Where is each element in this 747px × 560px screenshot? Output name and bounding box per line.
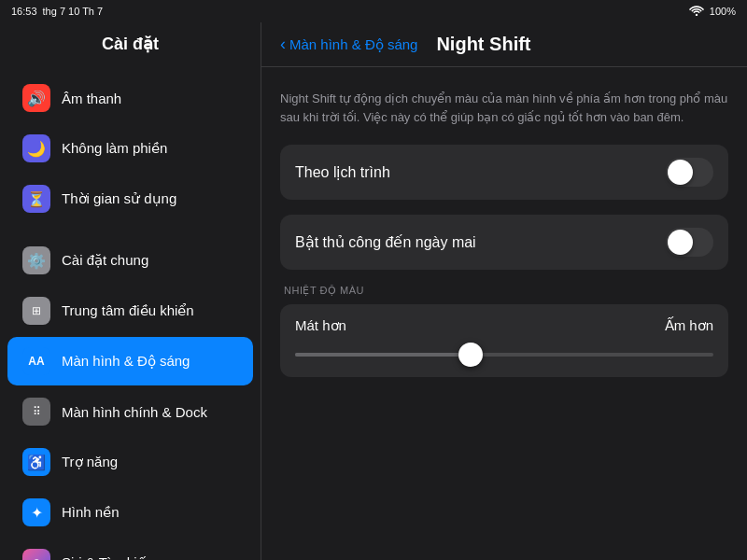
temperature-slider-thumb[interactable] [458, 343, 483, 367]
sidebar-item-man-hinh-chinh[interactable]: ⠿ Màn hình chính & Dock [7, 387, 253, 436]
chevron-left-icon: ‹ [280, 35, 286, 54]
sidebar-item-thoi-gian-su-dung[interactable]: ⏳ Thời gian sử dụng [7, 175, 253, 223]
slider-track [295, 353, 713, 357]
toggle-bat-thu-cong-thumb [668, 230, 693, 255]
sidebar-item-khong-lam-phien[interactable]: 🌙 Không làm phiền [7, 124, 253, 173]
siri-icon: ◉ [22, 549, 50, 560]
sidebar-item-cai-dat-chung[interactable]: ⚙️ Cài đặt chung [7, 236, 253, 285]
cai-dat-chung-label: Cài đặt chung [62, 252, 148, 269]
toggle-row-bat-thu-cong: Bật thủ công đến ngày mai [280, 215, 728, 270]
slider-label-cool: Mát hơn [295, 317, 346, 334]
hinh-nen-icon: ✦ [22, 498, 50, 526]
sidebar: Cài đặt 🔊 Âm thanh 🌙 Không làm phiền ⏳ T… [0, 22, 261, 560]
slider-fill [295, 353, 471, 357]
battery-status: 100% [710, 6, 736, 17]
sidebar-item-trung-tam[interactable]: ⊞ Trung tâm điều khiển [7, 287, 253, 335]
am-thanh-label: Âm thanh [62, 91, 121, 106]
content-area: Night Shift tự động dịch chuyển màu của … [261, 67, 747, 396]
tro-nang-label: Trợ năng [62, 454, 118, 470]
sidebar-item-siri[interactable]: ◉ Siri & Tìm kiếm [7, 539, 253, 560]
right-panel: ‹ Màn hình & Độ sáng Night Shift Night S… [261, 22, 747, 560]
night-shift-description: Night Shift tự động dịch chuyển màu của … [280, 86, 728, 130]
sidebar-item-tro-nang[interactable]: ♿ Trợ năng [7, 438, 253, 486]
nav-back-button[interactable]: ‹ Màn hình & Độ sáng [280, 35, 417, 54]
status-date: thg 7 10 Th 7 [43, 6, 104, 17]
man-hinh-icon: AA [22, 347, 50, 375]
toggle-lich-trinh-label: Theo lịch trình [295, 163, 390, 181]
man-hinh-label: Màn hình & Độ sáng [62, 353, 190, 370]
status-right: 100% [689, 5, 736, 18]
trung-tam-label: Trung tâm điều khiển [62, 302, 194, 319]
toggle-bat-thu-cong-label: Bật thủ công đến ngày mai [295, 233, 476, 251]
status-time: 16:53 [11, 6, 37, 17]
status-left: 16:53 thg 7 10 Th 7 [11, 6, 103, 17]
trung-tam-icon: ⊞ [22, 297, 50, 325]
slider-label-warm: Ấm hơn [665, 317, 713, 334]
khong-lam-phien-label: Không làm phiền [62, 140, 167, 157]
sidebar-title: Cài đặt [0, 22, 261, 62]
toggle-lich-trinh[interactable] [666, 158, 713, 187]
slider-labels: Mát hơn Ấm hơn [295, 317, 713, 334]
slider-section-label: NHIỆT ĐỘ MÀU [280, 285, 728, 297]
thoi-gian-icon: ⏳ [22, 185, 50, 213]
toggle-lich-trinh-thumb [668, 160, 693, 185]
tro-nang-icon: ♿ [22, 448, 50, 476]
wifi-icon [689, 5, 704, 18]
man-hinh-chinh-icon: ⠿ [22, 398, 50, 426]
sidebar-item-am-thanh[interactable]: 🔊 Âm thanh [7, 74, 253, 122]
svg-point-0 [696, 14, 698, 16]
nav-header: ‹ Màn hình & Độ sáng Night Shift [261, 22, 747, 67]
toggle-row-lich-trinh: Theo lịch trình [280, 145, 728, 200]
sidebar-item-hinh-nen[interactable]: ✦ Hình nền [7, 488, 253, 537]
sidebar-item-man-hinh[interactable]: AA Màn hình & Độ sáng [7, 337, 253, 385]
slider-container: Mát hơn Ấm hơn [280, 304, 728, 377]
slider-track-wrap [295, 345, 713, 364]
siri-label: Siri & Tìm kiếm [62, 554, 157, 560]
man-hinh-chinh-label: Màn hình chính & Dock [62, 404, 207, 420]
nav-back-label: Màn hình & Độ sáng [289, 36, 417, 53]
page-title: Night Shift [436, 34, 530, 55]
slider-section: NHIỆT ĐỘ MÀU Mát hơn Ấm hơn [280, 285, 728, 377]
khong-lam-phien-icon: 🌙 [22, 134, 50, 162]
status-bar: 16:53 thg 7 10 Th 7 100% [0, 0, 747, 22]
toggle-bat-thu-cong[interactable] [666, 228, 713, 257]
hinh-nen-label: Hình nền [62, 504, 120, 521]
main-layout: Cài đặt 🔊 Âm thanh 🌙 Không làm phiền ⏳ T… [0, 22, 747, 560]
thoi-gian-label: Thời gian sử dụng [62, 190, 176, 207]
am-thanh-icon: 🔊 [22, 84, 50, 112]
cai-dat-chung-icon: ⚙️ [22, 246, 50, 274]
